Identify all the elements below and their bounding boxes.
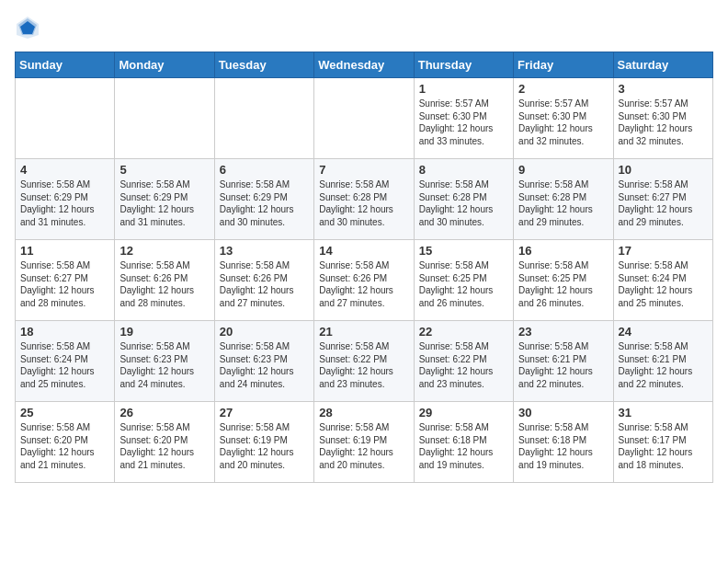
weekday-header-saturday: Saturday	[613, 52, 712, 78]
day-number: 23	[518, 325, 608, 339]
calendar-cell: 19 Sunrise: 5:58 AM Sunset: 6:23 PM Dayl…	[115, 321, 214, 402]
day-number: 12	[119, 244, 209, 258]
calendar-cell	[314, 78, 414, 159]
day-number: 21	[319, 325, 408, 339]
day-number: 31	[619, 406, 708, 419]
calendar-cell: 16 Sunrise: 5:58 AM Sunset: 6:25 PM Dayl…	[514, 240, 613, 321]
day-details: Sunrise: 5:58 AM Sunset: 6:26 PM Dayligh…	[220, 259, 309, 309]
day-details: Sunrise: 5:58 AM Sunset: 6:21 PM Dayligh…	[619, 340, 708, 390]
weekday-header-monday: Monday	[115, 52, 214, 78]
day-details: Sunrise: 5:58 AM Sunset: 6:18 PM Dayligh…	[419, 421, 508, 471]
day-number: 5	[119, 163, 209, 177]
day-details: Sunrise: 5:57 AM Sunset: 6:30 PM Dayligh…	[518, 98, 608, 147]
calendar-cell: 15 Sunrise: 5:58 AM Sunset: 6:25 PM Dayl…	[414, 240, 513, 321]
day-number: 4	[20, 163, 109, 177]
weekday-header-tuesday: Tuesday	[214, 52, 313, 78]
weekday-header-sunday: Sunday	[16, 52, 115, 78]
calendar-cell: 4 Sunrise: 5:58 AM Sunset: 6:29 PM Dayli…	[16, 159, 115, 240]
day-number: 10	[619, 163, 708, 177]
day-details: Sunrise: 5:58 AM Sunset: 6:29 PM Dayligh…	[20, 178, 109, 228]
day-number: 7	[319, 163, 408, 177]
calendar-cell: 29 Sunrise: 5:58 AM Sunset: 6:18 PM Dayl…	[414, 402, 513, 483]
day-number: 6	[220, 163, 309, 177]
calendar-week-row: 1 Sunrise: 5:57 AM Sunset: 6:30 PM Dayli…	[16, 78, 713, 159]
calendar-cell: 21 Sunrise: 5:58 AM Sunset: 6:22 PM Dayl…	[314, 321, 414, 402]
calendar-week-row: 25 Sunrise: 5:58 AM Sunset: 6:20 PM Dayl…	[16, 402, 713, 483]
day-details: Sunrise: 5:58 AM Sunset: 6:22 PM Dayligh…	[419, 340, 508, 390]
calendar-cell: 7 Sunrise: 5:58 AM Sunset: 6:28 PM Dayli…	[314, 159, 414, 240]
calendar-cell: 30 Sunrise: 5:58 AM Sunset: 6:18 PM Dayl…	[514, 402, 613, 483]
day-details: Sunrise: 5:58 AM Sunset: 6:28 PM Dayligh…	[518, 178, 608, 228]
calendar-cell: 9 Sunrise: 5:58 AM Sunset: 6:28 PM Dayli…	[514, 159, 613, 240]
day-details: Sunrise: 5:58 AM Sunset: 6:25 PM Dayligh…	[518, 259, 608, 309]
day-details: Sunrise: 5:58 AM Sunset: 6:26 PM Dayligh…	[319, 259, 408, 309]
calendar-cell: 13 Sunrise: 5:58 AM Sunset: 6:26 PM Dayl…	[214, 240, 313, 321]
day-details: Sunrise: 5:58 AM Sunset: 6:24 PM Dayligh…	[619, 259, 708, 309]
day-details: Sunrise: 5:58 AM Sunset: 6:28 PM Dayligh…	[319, 178, 408, 228]
calendar-cell: 20 Sunrise: 5:58 AM Sunset: 6:23 PM Dayl…	[214, 321, 313, 402]
weekday-header-friday: Friday	[514, 52, 613, 78]
day-number: 26	[119, 406, 209, 419]
day-details: Sunrise: 5:57 AM Sunset: 6:30 PM Dayligh…	[619, 98, 708, 147]
day-details: Sunrise: 5:58 AM Sunset: 6:19 PM Dayligh…	[220, 421, 309, 471]
day-details: Sunrise: 5:58 AM Sunset: 6:20 PM Dayligh…	[119, 421, 209, 471]
day-details: Sunrise: 5:58 AM Sunset: 6:24 PM Dayligh…	[20, 340, 109, 390]
day-number: 25	[20, 406, 109, 419]
day-number: 13	[220, 244, 309, 258]
calendar-cell: 1 Sunrise: 5:57 AM Sunset: 6:30 PM Dayli…	[414, 78, 513, 159]
day-number: 14	[319, 244, 408, 258]
day-details: Sunrise: 5:58 AM Sunset: 6:17 PM Dayligh…	[619, 421, 708, 471]
day-number: 17	[619, 244, 708, 258]
calendar-cell: 22 Sunrise: 5:58 AM Sunset: 6:22 PM Dayl…	[414, 321, 513, 402]
calendar-cell: 17 Sunrise: 5:58 AM Sunset: 6:24 PM Dayl…	[613, 240, 712, 321]
day-number: 16	[518, 244, 608, 258]
day-number: 11	[20, 244, 109, 258]
day-details: Sunrise: 5:58 AM Sunset: 6:29 PM Dayligh…	[119, 178, 209, 228]
day-details: Sunrise: 5:58 AM Sunset: 6:23 PM Dayligh…	[220, 340, 309, 390]
calendar-cell: 28 Sunrise: 5:58 AM Sunset: 6:19 PM Dayl…	[314, 402, 414, 483]
weekday-header-wednesday: Wednesday	[314, 52, 414, 78]
calendar-cell: 18 Sunrise: 5:58 AM Sunset: 6:24 PM Dayl…	[16, 321, 115, 402]
calendar-cell: 25 Sunrise: 5:58 AM Sunset: 6:20 PM Dayl…	[16, 402, 115, 483]
day-number: 9	[518, 163, 608, 177]
calendar-cell: 14 Sunrise: 5:58 AM Sunset: 6:26 PM Dayl…	[314, 240, 414, 321]
day-details: Sunrise: 5:58 AM Sunset: 6:27 PM Dayligh…	[619, 178, 708, 228]
calendar-cell: 11 Sunrise: 5:58 AM Sunset: 6:27 PM Dayl…	[16, 240, 115, 321]
day-number: 20	[220, 325, 309, 339]
weekday-header-thursday: Thursday	[414, 52, 513, 78]
day-details: Sunrise: 5:58 AM Sunset: 6:27 PM Dayligh…	[20, 259, 109, 309]
day-details: Sunrise: 5:58 AM Sunset: 6:21 PM Dayligh…	[518, 340, 608, 390]
day-details: Sunrise: 5:58 AM Sunset: 6:18 PM Dayligh…	[518, 421, 608, 471]
day-details: Sunrise: 5:58 AM Sunset: 6:20 PM Dayligh…	[20, 421, 109, 471]
day-number: 18	[20, 325, 109, 339]
calendar-cell: 3 Sunrise: 5:57 AM Sunset: 6:30 PM Dayli…	[613, 78, 712, 159]
calendar-cell	[214, 78, 313, 159]
calendar-week-row: 11 Sunrise: 5:58 AM Sunset: 6:27 PM Dayl…	[16, 240, 713, 321]
logo	[15, 15, 44, 40]
day-details: Sunrise: 5:57 AM Sunset: 6:30 PM Dayligh…	[419, 98, 508, 147]
day-number: 2	[518, 82, 608, 96]
day-details: Sunrise: 5:58 AM Sunset: 6:28 PM Dayligh…	[419, 178, 508, 228]
calendar-cell: 27 Sunrise: 5:58 AM Sunset: 6:19 PM Dayl…	[214, 402, 313, 483]
calendar-cell: 8 Sunrise: 5:58 AM Sunset: 6:28 PM Dayli…	[414, 159, 513, 240]
calendar-cell: 24 Sunrise: 5:58 AM Sunset: 6:21 PM Dayl…	[613, 321, 712, 402]
day-number: 28	[319, 406, 408, 419]
calendar-cell: 2 Sunrise: 5:57 AM Sunset: 6:30 PM Dayli…	[514, 78, 613, 159]
day-details: Sunrise: 5:58 AM Sunset: 6:22 PM Dayligh…	[319, 340, 408, 390]
day-details: Sunrise: 5:58 AM Sunset: 6:26 PM Dayligh…	[119, 259, 209, 309]
weekday-header-row: SundayMondayTuesdayWednesdayThursdayFrid…	[16, 52, 713, 78]
day-number: 29	[419, 406, 508, 419]
day-number: 24	[619, 325, 708, 339]
day-number: 3	[619, 82, 708, 96]
calendar-cell: 26 Sunrise: 5:58 AM Sunset: 6:20 PM Dayl…	[115, 402, 214, 483]
day-number: 19	[119, 325, 209, 339]
calendar-week-row: 18 Sunrise: 5:58 AM Sunset: 6:24 PM Dayl…	[16, 321, 713, 402]
day-number: 15	[419, 244, 508, 258]
day-number: 22	[419, 325, 508, 339]
calendar-cell: 10 Sunrise: 5:58 AM Sunset: 6:27 PM Dayl…	[613, 159, 712, 240]
calendar-cell: 23 Sunrise: 5:58 AM Sunset: 6:21 PM Dayl…	[514, 321, 613, 402]
day-number: 30	[518, 406, 608, 419]
day-number: 27	[220, 406, 309, 419]
calendar-cell: 12 Sunrise: 5:58 AM Sunset: 6:26 PM Dayl…	[115, 240, 214, 321]
calendar-cell	[16, 78, 115, 159]
